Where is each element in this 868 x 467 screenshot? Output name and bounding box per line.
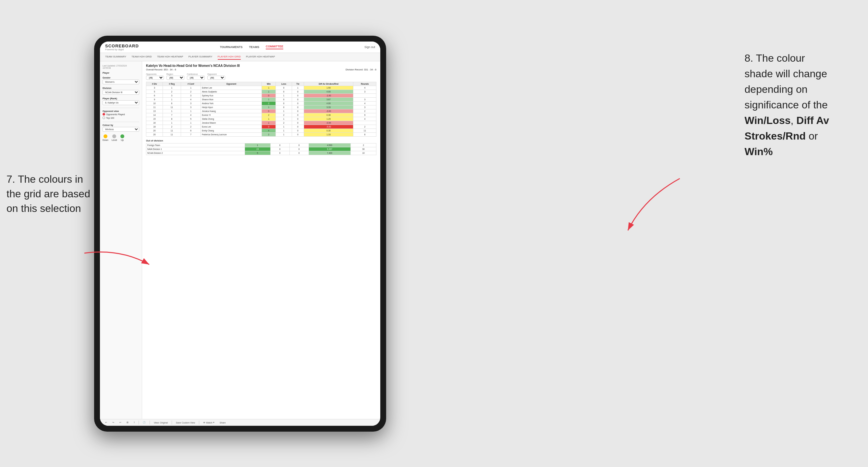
cell-loss: 1: [276, 94, 292, 98]
cell-loss-out: 0: [270, 144, 289, 147]
redo2-btn[interactable]: ↩: [118, 421, 123, 425]
sep2: [150, 421, 150, 425]
region-label: Region: [166, 73, 184, 75]
table-row: 20 11 6 Emily Chang 4 1 0 0.30 11: [146, 129, 376, 133]
cell-rounds: 3: [353, 98, 376, 101]
annotation-left: 7. The colours in the grid are based on …: [6, 172, 90, 216]
arrow-left-svg: [81, 247, 153, 273]
division-select[interactable]: NCAA Division III: [102, 90, 139, 95]
cell-reg: 6: [162, 101, 181, 105]
cell-win: 1: [262, 121, 276, 125]
cell-win: 1: [262, 86, 276, 90]
legend-up: Up: [120, 134, 124, 141]
bottom-toolbar: ↩ ↪ ↩ ⊞ ⌇ 🕐 View: Original Save Custom V…: [100, 419, 380, 426]
out-of-division-table: Foreign Team 1 0 0 4.500 2 NAIA Division…: [146, 143, 376, 155]
cell-reg: 2: [162, 90, 181, 94]
cell-conf: 1: [181, 86, 201, 90]
cell-rounds-out: 30: [350, 147, 376, 151]
table-row: 18 2 2 Euna Lee 0 1 0 -5.00 2: [146, 125, 376, 129]
player-rank-select[interactable]: 8. Katelyn Vo: [102, 100, 139, 105]
cell-reg: 11: [162, 105, 181, 110]
grid-content: Katelyn Vo Head-to-Head Grid for Women's…: [142, 61, 380, 419]
region-select[interactable]: (All): [166, 75, 184, 80]
legend-dot-level: [112, 134, 116, 138]
sec-nav-team-h2h-heatmap[interactable]: TEAM H2H HEATMAP: [157, 54, 183, 60]
player-rank-section: Player (Rank) 8. Katelyn Vo: [102, 97, 139, 105]
cell-rounds: 4: [353, 101, 376, 105]
record-row: Overall Record: 353 - 34 - 6 Division Re…: [146, 68, 376, 71]
conference-label: Conference: [187, 73, 205, 75]
cell-win: 1: [262, 105, 276, 110]
gender-section: Gender Women's: [102, 76, 139, 84]
sec-nav-player-summary[interactable]: PLAYER SUMMARY: [188, 54, 213, 60]
cell-opponent: Jessica Mason: [201, 121, 262, 125]
nav-tournaments[interactable]: TOURNAMENTS: [220, 45, 243, 49]
cell-diff-out: 4.500: [309, 144, 350, 147]
cell-rounds: 2: [353, 125, 376, 129]
undo-btn[interactable]: ↩: [104, 421, 108, 425]
nav-links: TOURNAMENTS TEAMS COMMITTEE: [220, 45, 283, 49]
cell-tie: 0: [292, 101, 304, 105]
cell-loss: 0: [276, 101, 292, 105]
opponents-select[interactable]: (All): [146, 75, 164, 80]
cell-diff: 1.33: [304, 133, 353, 136]
more-btn[interactable]: ⌇: [132, 421, 136, 425]
colour-by-select[interactable]: Win/loss: [102, 127, 139, 132]
cell-tie: 0: [292, 94, 304, 98]
legend-dot-up: [120, 134, 124, 138]
cell-conf: 6: [181, 129, 201, 133]
cell-reg: 11: [162, 133, 181, 136]
cell-tie: 0: [292, 117, 304, 121]
cell-loss: 0: [276, 86, 292, 90]
cell-diff: -1.00: [304, 94, 353, 98]
save-custom-btn[interactable]: Save Custom View: [175, 421, 196, 425]
opponent-select[interactable]: (All): [207, 75, 225, 80]
cell-loss: 0: [276, 98, 292, 101]
sec-nav-team-summary[interactable]: TEAM SUMMARY: [105, 54, 126, 60]
nav-committee[interactable]: COMMITTEE: [266, 45, 283, 49]
sec-nav-player-h2h-heatmap[interactable]: PLAYER H2H HEATMAP: [246, 54, 275, 60]
cell-rounds: 6: [353, 133, 376, 136]
radio-opponents-played[interactable]: Opponents Played: [102, 113, 139, 116]
cell-tie: 0: [292, 129, 304, 133]
cell-rounds: 2: [353, 110, 376, 113]
opponent-view-section: Opponent view Opponents Played Top 100: [102, 110, 139, 119]
gender-select[interactable]: Women's: [102, 80, 139, 84]
cell-tie-out: 0: [289, 151, 309, 155]
view-original-btn[interactable]: View: Original: [153, 421, 169, 425]
cell-diff: -3.00: [304, 110, 353, 113]
cell-diff: 4.00: [304, 101, 353, 105]
redo-btn[interactable]: ↪: [111, 421, 116, 425]
sec-nav-team-h2h-grid[interactable]: TEAM H2H GRID: [131, 54, 152, 60]
radio-top100[interactable]: Top 100: [102, 117, 139, 119]
cell-div: 20: [146, 129, 163, 133]
conference-select[interactable]: (All): [187, 75, 205, 80]
cell-rounds-out: 2: [350, 144, 376, 147]
radio-group: Opponents Played Top 100: [102, 113, 139, 119]
legend: Down Level Up: [102, 134, 139, 141]
filters-row: Opponents: (All) Region (All) Conference: [146, 73, 376, 80]
cell-diff: 1.50: [304, 86, 353, 90]
sign-out[interactable]: Sign out: [364, 45, 375, 49]
division-record: Division Record: 331 - 34 - 6: [346, 68, 376, 71]
cell-reg: 11: [162, 129, 181, 133]
table-row: 5 2 2 Alexis Sudjianto 1 0 0 4.00 3: [146, 90, 376, 94]
copy-btn[interactable]: ⊞: [125, 421, 130, 425]
table-row: 20 11 7 Federica Domecq Lacroze 2 1 0 1.…: [146, 133, 376, 136]
tablet-screen: SCOREBOARD Powered by clippd TOURNAMENTS…: [100, 41, 380, 426]
watch-btn[interactable]: 👁 Watch ▾: [202, 421, 216, 425]
cell-div: 6: [146, 94, 163, 98]
cell-conf: 4: [181, 113, 201, 117]
cell-reg: 1: [162, 110, 181, 113]
share-btn[interactable]: Share: [218, 421, 227, 425]
clock-btn[interactable]: 🕐: [142, 421, 147, 425]
logo-area: SCOREBOARD Powered by clippd: [105, 43, 139, 51]
cell-opponent: Andrea York: [201, 101, 262, 105]
cell-opponent: Esther Lee: [201, 86, 262, 90]
cell-win: 4: [262, 129, 276, 133]
nav-teams[interactable]: TEAMS: [249, 45, 259, 49]
out-of-division-header: Out of division: [146, 139, 376, 142]
cell-loss: 1: [276, 133, 292, 136]
legend-level: Level: [112, 134, 117, 141]
sec-nav-player-h2h-grid[interactable]: PLAYER H2H GRID: [218, 54, 241, 60]
